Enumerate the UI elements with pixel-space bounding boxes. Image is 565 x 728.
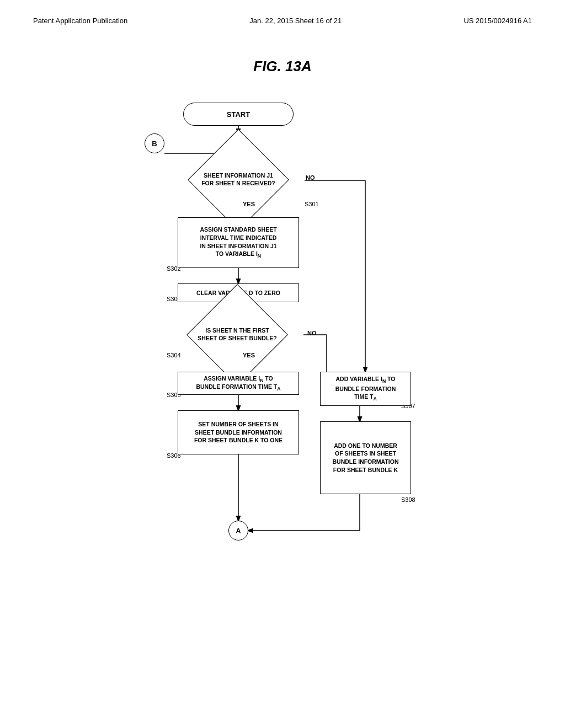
s304-diamond: IS SHEET N THE FIRSTSHEET OF SHEET BUNDL… bbox=[168, 311, 306, 358]
s305-box: ASSIGN VARIABLE IN TOBUNDLE FORMATION TI… bbox=[178, 372, 299, 395]
s308-box: ADD ONE TO NUMBEROF SHEETS IN SHEETBUNDL… bbox=[320, 421, 411, 494]
header-left: Patent Application Publication bbox=[33, 17, 127, 25]
connector-b: B bbox=[145, 133, 164, 153]
header-middle: Jan. 22, 2015 Sheet 16 of 21 bbox=[249, 17, 342, 25]
header-right: US 2015/0024916 A1 bbox=[463, 17, 532, 25]
s306-box: SET NUMBER OF SHEETS INSHEET BUNDLE INFO… bbox=[178, 410, 299, 454]
s301-label: S301 bbox=[305, 201, 319, 207]
start-terminal: START bbox=[183, 103, 294, 126]
s307-box: ADD VARIABLE IN TOBUNDLE FORMATIONTIME T… bbox=[320, 372, 411, 406]
s301-no-label: NO bbox=[306, 174, 315, 181]
s302-box: ASSIGN STANDARD SHEETINTERVAL TIME INDIC… bbox=[178, 217, 299, 268]
figure-title: FIG. 13A bbox=[0, 58, 565, 75]
s308-label: S308 bbox=[401, 496, 415, 503]
flowchart-diagram: START B SHEET INFORMATION J1FOR SHEET N … bbox=[89, 97, 476, 638]
s304-no-label: NO bbox=[307, 330, 317, 336]
page-header: Patent Application Publication Jan. 22, … bbox=[0, 0, 565, 25]
connector-a: A bbox=[228, 521, 248, 540]
s301-diamond: SHEET INFORMATION J1FOR SHEET N RECEIVED… bbox=[174, 155, 303, 205]
